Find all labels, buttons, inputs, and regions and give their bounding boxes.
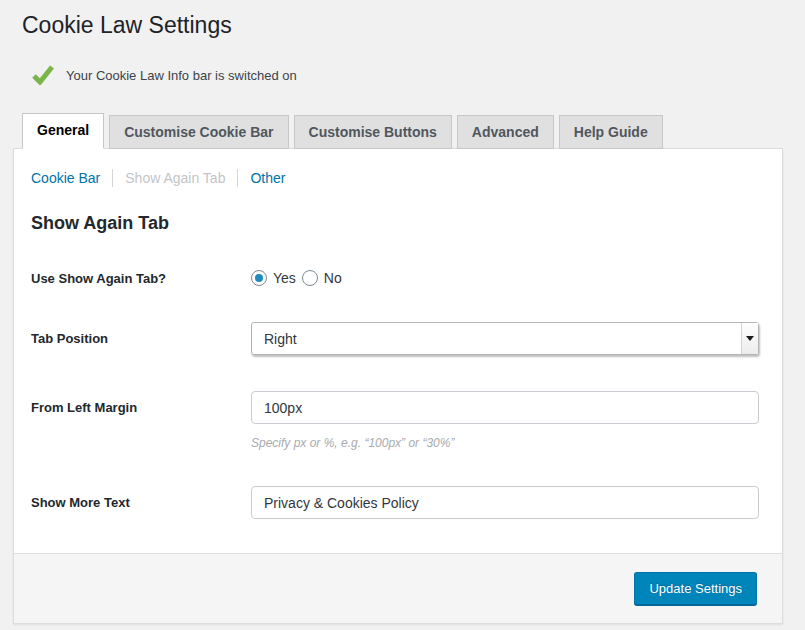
tab-bar: General Customise Cookie Bar Customise B… bbox=[22, 113, 805, 149]
radio-yes-label[interactable]: Yes bbox=[273, 270, 296, 286]
row-use-show-again-tab: Use Show Again Tab? Yes No bbox=[31, 270, 765, 286]
tab-position-select[interactable]: Right bbox=[251, 322, 759, 355]
radio-yes[interactable] bbox=[251, 270, 267, 286]
status-text: Your Cookie Law Info bar is switched on bbox=[66, 68, 297, 83]
radio-no-label[interactable]: No bbox=[324, 270, 342, 286]
row-from-left-margin: From Left Margin Specify px or %, e.g. “… bbox=[31, 391, 765, 450]
tab-advanced[interactable]: Advanced bbox=[457, 115, 554, 149]
page-title: Cookie Law Settings bbox=[22, 10, 805, 40]
radio-no[interactable] bbox=[302, 270, 318, 286]
subnav-cookie-bar[interactable]: Cookie Bar bbox=[31, 169, 113, 187]
from-left-margin-label: From Left Margin bbox=[31, 391, 251, 415]
row-show-more-text: Show More Text bbox=[31, 486, 765, 519]
tab-general[interactable]: General bbox=[22, 113, 104, 149]
use-show-again-tab-label: Use Show Again Tab? bbox=[31, 271, 251, 286]
show-more-text-label: Show More Text bbox=[31, 495, 251, 510]
update-settings-button[interactable]: Update Settings bbox=[634, 572, 757, 605]
panel-content: Cookie BarShow Again TabOther Show Again… bbox=[14, 149, 782, 553]
tab-customise-buttons[interactable]: Customise Buttons bbox=[294, 115, 452, 149]
subnav-show-again-tab[interactable]: Show Again Tab bbox=[113, 169, 238, 187]
from-left-margin-input[interactable] bbox=[251, 391, 759, 424]
check-icon bbox=[32, 65, 54, 85]
status-message-row: Your Cookie Law Info bar is switched on bbox=[32, 65, 805, 85]
tab-customise-cookie-bar[interactable]: Customise Cookie Bar bbox=[109, 115, 288, 149]
tab-position-label: Tab Position bbox=[31, 331, 251, 346]
subnav-other[interactable]: Other bbox=[238, 169, 297, 187]
settings-panel: Cookie BarShow Again TabOther Show Again… bbox=[13, 148, 783, 624]
subnav: Cookie BarShow Again TabOther bbox=[31, 169, 765, 187]
from-left-margin-help: Specify px or %, e.g. “100px” or “30%” bbox=[251, 436, 759, 450]
from-left-margin-field-group: Specify px or %, e.g. “100px” or “30%” bbox=[251, 391, 759, 450]
tab-position-selected-value: Right bbox=[252, 331, 741, 347]
section-heading: Show Again Tab bbox=[31, 213, 765, 234]
use-show-again-tab-radio-group: Yes No bbox=[251, 270, 348, 286]
show-more-text-input[interactable] bbox=[251, 486, 759, 519]
row-tab-position: Tab Position Right bbox=[31, 322, 765, 355]
tab-help-guide[interactable]: Help Guide bbox=[559, 115, 663, 149]
chevron-down-icon[interactable] bbox=[741, 323, 758, 354]
panel-footer: Update Settings bbox=[14, 553, 782, 623]
